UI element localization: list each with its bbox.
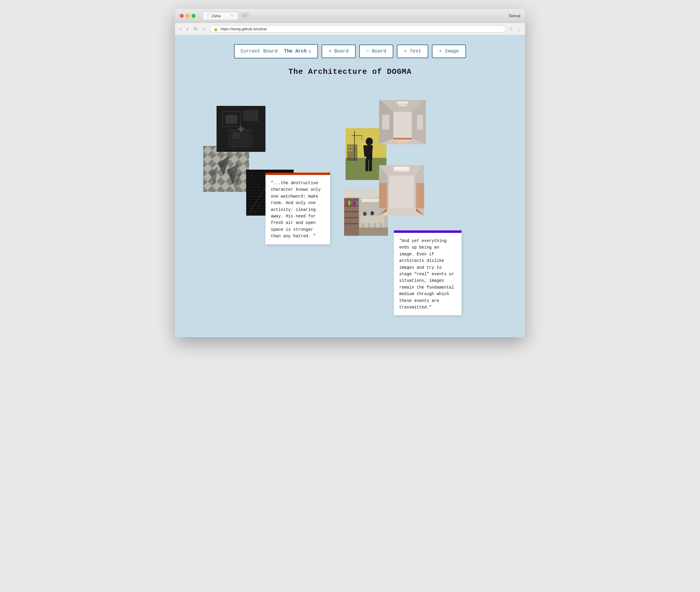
svg-point-51 [366, 138, 373, 145]
svg-rect-95 [362, 223, 364, 228]
svg-rect-7 [233, 133, 240, 139]
board-select-chevron-icon: ⇕ [308, 48, 311, 54]
tab-close-icon[interactable]: × [231, 13, 233, 18]
page-title: The Architecture of DOGMA [187, 67, 513, 76]
text-card-1-body: "...the destructive character knows only… [265, 175, 330, 244]
svg-line-4 [216, 106, 265, 152]
svg-rect-73 [398, 104, 407, 106]
svg-rect-38 [203, 146, 249, 192]
image-corridor-orange[interactable] [379, 165, 424, 215]
svg-rect-55 [365, 159, 368, 171]
text-card-2-text: "And yet everything ends up being an ima… [399, 239, 454, 310]
text-card-1-text: "...the destructive character knows only… [271, 181, 320, 239]
svg-rect-82 [345, 199, 358, 200]
remove-board-button[interactable]: − Board [359, 45, 393, 58]
svg-point-100 [370, 211, 374, 215]
svg-rect-90 [350, 201, 352, 205]
browser-titlebar: 📄 Zaha × + Tamrat [175, 9, 525, 23]
svg-point-99 [363, 212, 366, 216]
svg-rect-112 [394, 170, 409, 171]
svg-rect-0 [216, 106, 265, 152]
svg-rect-64 [351, 149, 353, 151]
active-tab[interactable]: 📄 Zaha × [203, 12, 238, 19]
text-card-2[interactable]: "And yet everything ends up being an ima… [394, 231, 461, 315]
board-canvas: "...the destructive character knows only… [187, 88, 513, 319]
svg-rect-62 [351, 146, 353, 148]
refresh-button[interactable]: ↻ [193, 26, 199, 32]
text-card-2-bar [394, 231, 461, 233]
svg-rect-116 [414, 176, 416, 208]
svg-rect-92 [354, 201, 355, 205]
svg-rect-75 [417, 115, 423, 130]
page-content: Current Board The Arch⇕ + Board − Board … [175, 35, 525, 337]
back-button[interactable]: ‹ [179, 26, 183, 32]
svg-rect-84 [345, 211, 358, 212]
svg-rect-56 [369, 159, 372, 171]
svg-rect-6 [229, 130, 252, 147]
svg-rect-91 [352, 201, 353, 205]
svg-rect-118 [416, 183, 424, 208]
add-board-button[interactable]: + Board [321, 45, 356, 58]
forward-button[interactable]: › [185, 26, 189, 32]
svg-rect-86 [345, 223, 358, 224]
image-texture-geo[interactable] [203, 146, 249, 192]
svg-rect-3 [243, 110, 258, 121]
svg-rect-115 [387, 176, 389, 208]
text-card-1-bar [265, 172, 330, 175]
traffic-lights [180, 14, 195, 18]
svg-rect-85 [345, 217, 358, 218]
svg-rect-74 [382, 115, 390, 130]
minimize-button[interactable] [186, 14, 190, 18]
browser-toolbar: ‹ › ↻ ⌂ 🔒 https://tamg.github.io/zaha/ ☆… [175, 23, 525, 35]
browser-window: 📄 Zaha × + Tamrat ‹ › ↻ ⌂ 🔒 https://tamg… [175, 9, 525, 337]
svg-rect-102 [362, 200, 380, 202]
tab-bar: 📄 Zaha × + [203, 12, 505, 19]
url-display: https://tamg.github.io/zaha/ [220, 27, 502, 31]
board-select-button[interactable]: Current Board The Arch⇕ [234, 44, 318, 58]
add-text-button[interactable]: + Text [397, 45, 428, 58]
svg-rect-61 [348, 146, 350, 148]
app-toolbar: Current Board The Arch⇕ + Board − Board … [187, 44, 513, 58]
svg-rect-1 [222, 112, 240, 127]
svg-rect-2 [226, 115, 237, 124]
maximize-button[interactable] [192, 14, 195, 18]
svg-rect-96 [368, 223, 370, 228]
text-card-1[interactable]: "...the destructive character knows only… [265, 172, 330, 244]
text-card-2-body: "And yet everything ends up being an ima… [394, 233, 461, 315]
svg-line-5 [216, 106, 265, 152]
tab-title: Zaha [212, 14, 221, 18]
svg-rect-117 [379, 183, 387, 208]
svg-rect-101 [360, 198, 381, 200]
home-button[interactable]: ⌂ [202, 26, 207, 32]
add-image-button[interactable]: + Image [432, 45, 466, 58]
svg-rect-63 [348, 149, 350, 151]
svg-rect-110 [387, 176, 416, 208]
tab-favicon-icon: 📄 [206, 14, 210, 18]
new-tab-button[interactable]: + [241, 12, 249, 19]
svg-rect-93 [359, 228, 388, 236]
svg-rect-88 [347, 201, 348, 205]
bookmark-icon[interactable]: ☆ [509, 26, 513, 32]
image-aerial-bw[interactable] [216, 106, 265, 152]
svg-rect-97 [374, 223, 376, 228]
svg-rect-76 [393, 138, 412, 139]
svg-rect-98 [380, 223, 382, 228]
svg-rect-72 [397, 101, 408, 104]
address-bar[interactable]: 🔒 https://tamg.github.io/zaha/ [210, 25, 506, 33]
lock-icon: 🔒 [213, 27, 218, 31]
user-label: Tamrat [508, 14, 520, 18]
svg-rect-83 [345, 205, 358, 206]
svg-rect-87 [345, 201, 346, 205]
close-button[interactable] [180, 14, 184, 18]
svg-rect-89 [348, 201, 350, 205]
svg-rect-8 [242, 134, 248, 143]
board-select-label: Current Board [241, 49, 278, 54]
board-select-name: The Arch [284, 49, 307, 54]
menu-icon[interactable]: ⋮ [516, 26, 521, 32]
image-corridor-light[interactable] [379, 100, 426, 144]
svg-rect-111 [394, 167, 409, 170]
